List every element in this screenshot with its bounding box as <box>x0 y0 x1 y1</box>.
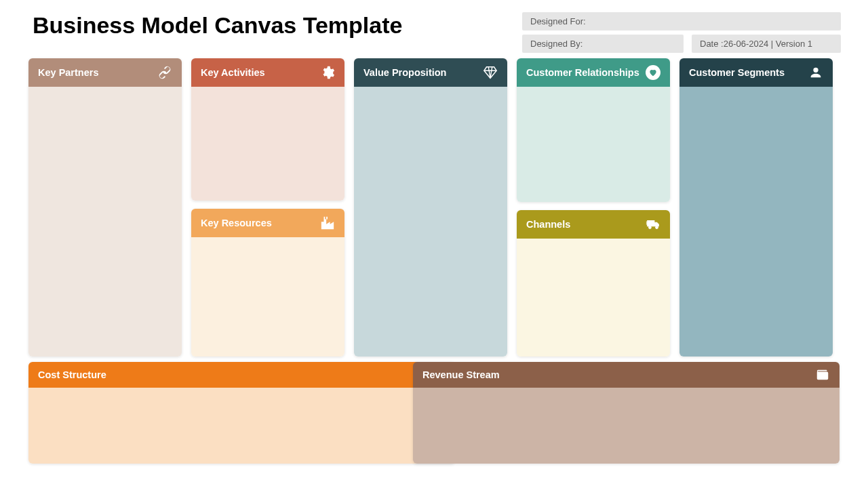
block-title: Customer Segments <box>689 67 785 78</box>
user-icon <box>808 65 823 80</box>
truck-icon <box>646 217 660 232</box>
block-body[interactable] <box>679 87 833 357</box>
block-title: Key Resources <box>201 218 272 228</box>
designed-for-field[interactable]: Designed For: <box>522 12 841 30</box>
block-header: Revenue Stream <box>413 362 840 388</box>
header: Business Model Canvas Template Designed … <box>0 0 868 53</box>
block-title: Revenue Stream <box>422 369 500 380</box>
block-body[interactable] <box>28 87 182 357</box>
date-version-field[interactable]: Date :26-06-2024 | Version 1 <box>692 35 841 53</box>
block-title: Customer Relationships <box>526 67 639 78</box>
block-header: Key Partners <box>28 58 182 87</box>
block-header: Key Resources <box>191 209 344 237</box>
svg-point-0 <box>825 375 826 376</box>
block-cost-structure[interactable]: Cost Structure <box>28 362 455 464</box>
block-title: Channels <box>526 219 570 230</box>
block-channels[interactable]: Channels <box>517 210 670 357</box>
block-body[interactable] <box>517 87 670 202</box>
block-title: Key Partners <box>38 67 98 78</box>
block-body[interactable] <box>354 87 507 357</box>
block-header: Channels <box>517 210 670 239</box>
block-header: Customer Segments <box>679 58 833 87</box>
diamond-icon <box>483 65 498 80</box>
block-body[interactable] <box>413 388 840 464</box>
block-key-resources[interactable]: Key Resources <box>191 209 344 357</box>
wallet-icon <box>815 367 830 382</box>
block-header: Value Proposition <box>354 58 507 87</box>
block-header: Customer Relationships <box>517 58 670 87</box>
block-body[interactable] <box>517 239 670 357</box>
block-key-partners[interactable]: Key Partners <box>28 58 182 357</box>
page-title: Business Model Canvas Template <box>33 12 522 39</box>
block-header: Key Activities <box>191 58 344 87</box>
block-header: Cost Structure <box>28 362 455 388</box>
block-customer-relationships[interactable]: Customer Relationships <box>517 58 670 202</box>
block-body[interactable] <box>28 388 455 464</box>
block-revenue-stream[interactable]: Revenue Stream <box>413 362 840 464</box>
block-customer-segments[interactable]: Customer Segments <box>679 58 833 357</box>
gear-icon <box>320 65 335 80</box>
block-body[interactable] <box>191 87 344 201</box>
heart-icon <box>646 65 660 80</box>
meta-panel: Designed For: Designed By: Date :26-06-2… <box>522 12 841 53</box>
block-body[interactable] <box>191 237 344 357</box>
block-value-proposition[interactable]: Value Proposition <box>354 58 507 357</box>
block-title: Cost Structure <box>38 369 106 380</box>
block-title: Value Proposition <box>363 67 446 78</box>
designed-by-field[interactable]: Designed By: <box>522 35 684 53</box>
factory-icon <box>320 216 335 230</box>
link-icon <box>157 65 172 80</box>
canvas-grid: Key Partners Key Activities Key Resource… <box>28 58 840 469</box>
block-title: Key Activities <box>201 67 265 78</box>
block-key-activities[interactable]: Key Activities <box>191 58 344 201</box>
